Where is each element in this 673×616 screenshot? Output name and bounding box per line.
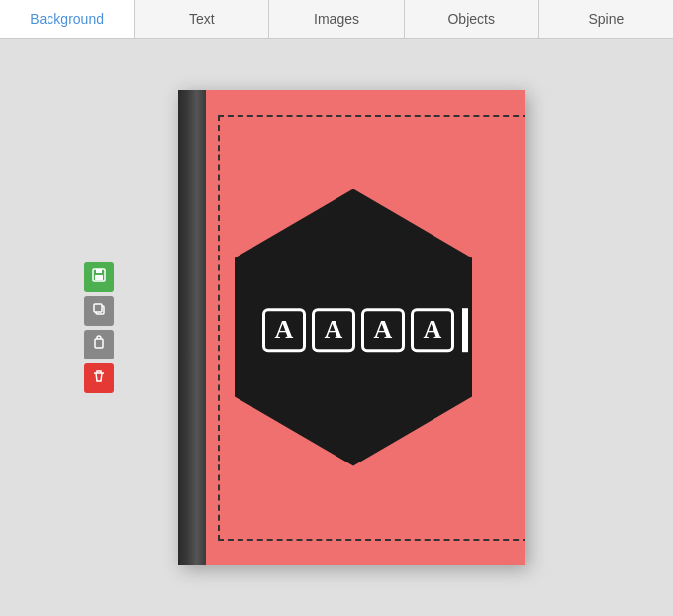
tab-text[interactable]: Text (135, 0, 269, 38)
sidebar-tools (84, 262, 114, 393)
book-spine (178, 90, 206, 565)
letter-box-4: A (411, 308, 454, 352)
tab-objects[interactable]: Objects (405, 0, 539, 38)
delete-icon (91, 368, 107, 387)
letter-box-3: A (361, 308, 405, 352)
svg-rect-2 (95, 275, 103, 280)
book-cover: A A A A (206, 90, 525, 565)
text-row[interactable]: A A A A (262, 308, 468, 352)
svg-rect-1 (96, 269, 102, 273)
letter-box-2: A (312, 308, 355, 352)
tab-spine[interactable]: Spine (539, 0, 673, 38)
save-icon (91, 267, 107, 286)
paste-button[interactable] (84, 330, 114, 359)
delete-button[interactable] (84, 363, 114, 393)
letter-box-1: A (262, 308, 306, 352)
canvas-area: A A A A (0, 39, 673, 616)
svg-rect-5 (95, 339, 103, 348)
save-button[interactable] (84, 262, 114, 292)
tab-background[interactable]: Background (0, 0, 135, 38)
tab-bar: Background Text Images Objects Spine (0, 0, 673, 39)
copy-button[interactable] (84, 296, 114, 326)
copy-icon (91, 301, 107, 320)
text-cursor (462, 308, 468, 352)
book-container: A A A A (178, 90, 525, 565)
svg-rect-4 (94, 304, 102, 312)
paste-icon (91, 335, 107, 354)
tab-images[interactable]: Images (269, 0, 404, 38)
